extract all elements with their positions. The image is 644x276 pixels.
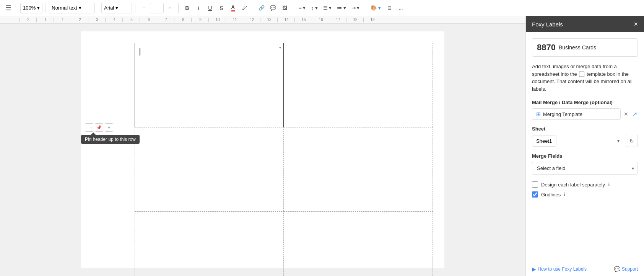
label-cell-2-1[interactable] (135, 127, 284, 211)
italic-button[interactable]: I (193, 3, 204, 13)
indent-button[interactable]: ⇥ ▾ (349, 3, 362, 13)
zoom-chevron-icon: ▾ (37, 5, 40, 11)
merge-template-open-button[interactable]: ↗ (631, 110, 638, 119)
merge-template-row: ⊞ Merging Template ✕ ↗ (532, 108, 638, 120)
list-number-button[interactable]: ≔ ▾ (335, 3, 348, 13)
label-cell-2-2-inner (284, 127, 433, 211)
cell-dropdown-arrow[interactable]: ▾ (279, 46, 281, 50)
sheet-refresh-button[interactable]: ↻ (626, 135, 638, 147)
toolbar-sep-5 (178, 3, 179, 13)
font-name-select[interactable]: Arial ▾ (101, 3, 132, 13)
hide-controls-button[interactable]: ⊟ (384, 3, 395, 13)
text-color-button[interactable]: A (228, 3, 238, 13)
toolbar-sep-6 (253, 3, 253, 13)
font-size-increase-button[interactable]: + (164, 3, 175, 13)
label-cell-2-2[interactable] (284, 127, 433, 211)
label-grid: ▾ (135, 43, 437, 276)
text-color-icon: A (231, 4, 235, 11)
font-style-select[interactable]: Normal text ▾ (49, 3, 95, 13)
row-add-button[interactable]: + (105, 123, 113, 132)
zoom-select[interactable]: 100% ▾ (20, 3, 42, 13)
font-size-input[interactable]: 11 (150, 3, 164, 13)
mail-merge-section-label: Mail Merge / Data Merge (optional) (532, 100, 638, 105)
highlight-color-button[interactable]: 🖊 (239, 3, 250, 13)
ruler-mark: 5 (122, 18, 140, 22)
ruler-mark: 10 (208, 18, 226, 22)
label-cell-3-1[interactable] (135, 211, 284, 276)
link-button[interactable]: 🔗 (256, 3, 267, 13)
gridlines-info-icon[interactable]: ℹ (564, 192, 566, 197)
ruler-mark: 2 (71, 18, 88, 22)
label-cell-1-1[interactable]: ▾ (135, 43, 284, 127)
ruler-mark: 17 (329, 18, 346, 22)
toolbar-sep-2 (46, 3, 46, 13)
font-style-chevron-icon: ▾ (79, 5, 81, 11)
list-bullet-button[interactable]: ☰ ▾ (321, 3, 334, 13)
panel-body: 8870 Business Cards Add text, images or … (526, 32, 644, 262)
app-menu-icon[interactable]: ☰ (3, 3, 14, 13)
font-size-decrease-button[interactable]: − (138, 3, 149, 13)
ruler-mark: 13 (260, 18, 277, 22)
label-cell-3-2[interactable] (284, 211, 433, 276)
paint-format-button[interactable]: 🎨 ▾ (368, 3, 383, 13)
ruler-mark: 19 (363, 18, 381, 22)
how-to-link[interactable]: ▶ How to use Foxy Labels (532, 266, 587, 272)
font-style-value: Normal text (52, 5, 77, 11)
image-button[interactable]: 🖼 (279, 3, 290, 13)
panel-close-button[interactable]: × (634, 21, 638, 28)
label-cell-1-2[interactable] (284, 43, 433, 127)
align-button[interactable]: ≡ ▾ (296, 3, 308, 13)
support-link[interactable]: 💬 Support (614, 266, 638, 272)
sheet-select[interactable]: Sheet1 (532, 136, 556, 147)
alignment-group: ≡ ▾ ↕ ▾ ☰ ▾ ≔ ▾ ⇥ ▾ (296, 3, 362, 13)
sheets-grid-icon: ⊞ (536, 111, 541, 117)
merge-fields-section-label: Merge Fields (532, 153, 638, 159)
ruler-mark: 11 (226, 18, 243, 22)
sheet-chevron-down-icon: ▾ (617, 138, 620, 144)
font-name-value: Arial (104, 5, 114, 11)
merge-template-clear-button[interactable]: ✕ (623, 110, 629, 118)
row-controls: ⋮⋮ 📌 + Pin header up to this row (85, 123, 113, 132)
bold-button[interactable]: B (182, 3, 192, 13)
text-format-group: B I U S A 🖊 (182, 3, 250, 13)
ruler-mark: 8 (174, 18, 191, 22)
ruler-mark: 2 (19, 18, 36, 22)
comment-button[interactable]: 💬 (268, 3, 278, 13)
design-each-info-icon[interactable]: ℹ (608, 182, 610, 187)
toolbar-sep-8 (365, 3, 365, 13)
ruler-mark: 18 (346, 18, 363, 22)
ruler-mark: 16 (312, 18, 329, 22)
merge-fields-select[interactable]: Select a field (532, 162, 638, 175)
panel-header: Foxy Labels × (526, 16, 644, 32)
template-name: Business Cards (559, 44, 596, 51)
document-canvas[interactable]: ⋮⋮ 📌 + Pin header up to this row ▾ (0, 24, 525, 276)
template-box-icon (579, 72, 584, 77)
row-drag-handle[interactable]: ⋮⋮ (85, 123, 93, 132)
play-circle-icon: ▶ (532, 266, 536, 272)
gridlines-checkbox[interactable] (532, 191, 538, 198)
template-name-row: 8870 Business Cards (532, 38, 638, 57)
panel-title: Foxy Labels (532, 21, 563, 28)
sheet-dropdown-wrapper: Sheet1 ▾ (532, 136, 623, 147)
toolbar-sep-3 (98, 3, 98, 13)
label-cell-3-2-inner (284, 212, 433, 276)
document-page: ⋮⋮ 📌 + Pin header up to this row ▾ (81, 31, 444, 268)
underline-button[interactable]: U (205, 3, 215, 13)
label-cell-1-1-inner: ▾ (135, 43, 283, 127)
zoom-group: 100% ▾ (20, 3, 42, 13)
refresh-icon: ↻ (629, 138, 634, 144)
design-each-label-text[interactable]: Design each label separately (541, 182, 605, 188)
pin-tooltip: Pin header up to this row (81, 135, 140, 144)
more-options-button[interactable]: ... (395, 3, 406, 13)
line-spacing-button[interactable]: ↕ ▾ (309, 3, 320, 13)
insert-tools-group: 🔗 💬 🖼 (256, 3, 290, 13)
ruler-mark: 7 (157, 18, 174, 22)
strikethrough-button[interactable]: S (216, 3, 227, 13)
row-pin-button[interactable]: 📌 (95, 123, 103, 132)
template-number: 8870 (537, 42, 556, 52)
merge-fields-wrapper: Select a field ▾ (532, 162, 638, 175)
design-each-label-checkbox[interactable] (532, 181, 538, 188)
gridlines-label-text[interactable]: Gridlines (541, 192, 561, 198)
how-to-label: How to use Foxy Labels (538, 266, 587, 272)
support-label: Support (622, 266, 638, 272)
